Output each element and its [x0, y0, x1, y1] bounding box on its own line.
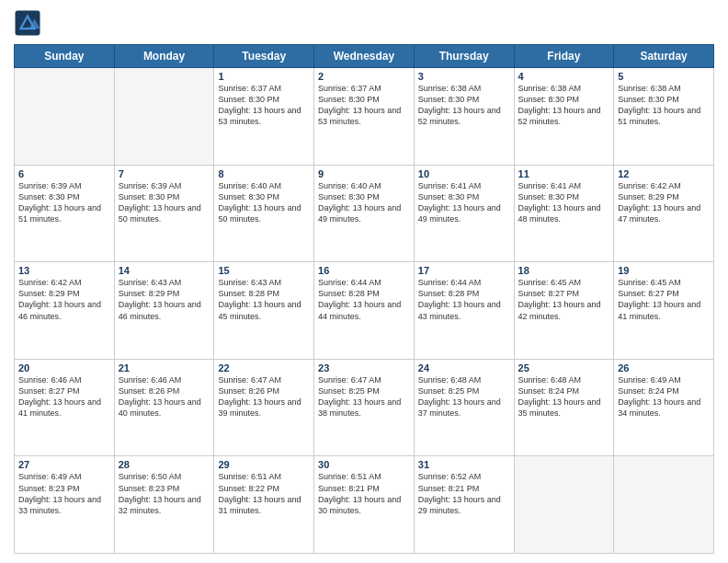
- day-number: 24: [418, 362, 510, 373]
- cell-info: Sunrise: 6:40 AM Sunset: 8:30 PM Dayligh…: [218, 180, 310, 225]
- cell-info: Sunrise: 6:45 AM Sunset: 8:27 PM Dayligh…: [518, 277, 610, 322]
- cell-info: Sunrise: 6:37 AM Sunset: 8:30 PM Dayligh…: [318, 83, 410, 128]
- calendar-cell: 15Sunrise: 6:43 AM Sunset: 8:28 PM Dayli…: [214, 262, 314, 360]
- cell-info: Sunrise: 6:43 AM Sunset: 8:29 PM Dayligh…: [119, 277, 210, 322]
- day-number: 12: [618, 168, 710, 179]
- cell-info: Sunrise: 6:41 AM Sunset: 8:30 PM Dayligh…: [518, 180, 610, 225]
- day-number: 14: [119, 265, 210, 276]
- day-number: 17: [418, 265, 510, 276]
- day-number: 13: [18, 265, 110, 276]
- day-header-tuesday: Tuesday: [214, 45, 314, 68]
- day-number: 29: [218, 459, 310, 470]
- day-number: 11: [518, 168, 610, 179]
- day-header-saturday: Saturday: [614, 45, 714, 68]
- cell-info: Sunrise: 6:38 AM Sunset: 8:30 PM Dayligh…: [418, 83, 510, 128]
- calendar-cell: 9Sunrise: 6:40 AM Sunset: 8:30 PM Daylig…: [314, 165, 415, 262]
- day-number: 25: [518, 362, 610, 373]
- day-number: 26: [618, 362, 710, 373]
- cell-info: Sunrise: 6:48 AM Sunset: 8:24 PM Dayligh…: [518, 374, 610, 419]
- day-number: 22: [218, 362, 310, 373]
- day-number: 30: [318, 459, 410, 470]
- page: SundayMondayTuesdayWednesdayThursdayFrid…: [0, 0, 728, 563]
- day-number: 16: [318, 265, 410, 276]
- cell-info: Sunrise: 6:45 AM Sunset: 8:27 PM Dayligh…: [618, 277, 710, 322]
- cell-info: Sunrise: 6:51 AM Sunset: 8:22 PM Dayligh…: [218, 471, 310, 516]
- day-header-wednesday: Wednesday: [314, 45, 415, 68]
- day-number: 19: [618, 265, 710, 276]
- calendar-cell: 5Sunrise: 6:38 AM Sunset: 8:30 PM Daylig…: [614, 68, 714, 166]
- cell-info: Sunrise: 6:39 AM Sunset: 8:30 PM Dayligh…: [18, 180, 110, 225]
- calendar-cell: 14Sunrise: 6:43 AM Sunset: 8:29 PM Dayli…: [114, 262, 214, 360]
- calendar-cell: 4Sunrise: 6:38 AM Sunset: 8:30 PM Daylig…: [514, 68, 614, 166]
- calendar-week-2: 13Sunrise: 6:42 AM Sunset: 8:29 PM Dayli…: [15, 262, 714, 360]
- day-number: 5: [618, 71, 710, 82]
- day-number: 28: [119, 459, 210, 470]
- calendar-cell: 24Sunrise: 6:48 AM Sunset: 8:25 PM Dayli…: [414, 359, 514, 456]
- day-number: 8: [218, 168, 310, 179]
- calendar-cell: 18Sunrise: 6:45 AM Sunset: 8:27 PM Dayli…: [514, 262, 614, 360]
- calendar-cell: 7Sunrise: 6:39 AM Sunset: 8:30 PM Daylig…: [114, 165, 214, 262]
- calendar-cell: [114, 68, 214, 166]
- calendar-cell: 13Sunrise: 6:42 AM Sunset: 8:29 PM Dayli…: [15, 262, 115, 360]
- cell-info: Sunrise: 6:42 AM Sunset: 8:29 PM Dayligh…: [18, 277, 110, 322]
- calendar-cell: 19Sunrise: 6:45 AM Sunset: 8:27 PM Dayli…: [614, 262, 714, 360]
- day-number: 27: [18, 459, 110, 470]
- day-header-monday: Monday: [114, 45, 214, 68]
- calendar-week-4: 27Sunrise: 6:49 AM Sunset: 8:23 PM Dayli…: [15, 456, 714, 554]
- cell-info: Sunrise: 6:47 AM Sunset: 8:25 PM Dayligh…: [318, 374, 410, 419]
- cell-info: Sunrise: 6:38 AM Sunset: 8:30 PM Dayligh…: [618, 83, 710, 128]
- cell-info: Sunrise: 6:42 AM Sunset: 8:29 PM Dayligh…: [618, 180, 710, 225]
- cell-info: Sunrise: 6:46 AM Sunset: 8:26 PM Dayligh…: [119, 374, 210, 419]
- day-header-friday: Friday: [514, 45, 614, 68]
- day-number: 4: [518, 71, 610, 82]
- day-number: 2: [318, 71, 410, 82]
- calendar-header-row: SundayMondayTuesdayWednesdayThursdayFrid…: [15, 45, 714, 68]
- calendar-cell: [514, 456, 614, 554]
- calendar-cell: 2Sunrise: 6:37 AM Sunset: 8:30 PM Daylig…: [314, 68, 415, 166]
- calendar-cell: 26Sunrise: 6:49 AM Sunset: 8:24 PM Dayli…: [614, 359, 714, 456]
- cell-info: Sunrise: 6:40 AM Sunset: 8:30 PM Dayligh…: [318, 180, 410, 225]
- day-number: 6: [18, 168, 110, 179]
- cell-info: Sunrise: 6:50 AM Sunset: 8:23 PM Dayligh…: [119, 471, 210, 516]
- calendar-week-1: 6Sunrise: 6:39 AM Sunset: 8:30 PM Daylig…: [15, 165, 714, 262]
- calendar-cell: 10Sunrise: 6:41 AM Sunset: 8:30 PM Dayli…: [414, 165, 514, 262]
- calendar-cell: [614, 456, 714, 554]
- logo-icon: [14, 9, 41, 37]
- day-number: 10: [418, 168, 510, 179]
- calendar-table: SundayMondayTuesdayWednesdayThursdayFrid…: [14, 44, 714, 554]
- calendar-cell: 30Sunrise: 6:51 AM Sunset: 8:21 PM Dayli…: [314, 456, 415, 554]
- day-number: 1: [218, 71, 310, 82]
- calendar-cell: [15, 68, 115, 166]
- day-number: 15: [218, 265, 310, 276]
- cell-info: Sunrise: 6:37 AM Sunset: 8:30 PM Dayligh…: [218, 83, 310, 128]
- calendar-cell: 29Sunrise: 6:51 AM Sunset: 8:22 PM Dayli…: [214, 456, 314, 554]
- day-number: 18: [518, 265, 610, 276]
- calendar-cell: 21Sunrise: 6:46 AM Sunset: 8:26 PM Dayli…: [114, 359, 214, 456]
- header: [14, 9, 714, 37]
- cell-info: Sunrise: 6:44 AM Sunset: 8:28 PM Dayligh…: [418, 277, 510, 322]
- calendar-cell: 16Sunrise: 6:44 AM Sunset: 8:28 PM Dayli…: [314, 262, 415, 360]
- calendar-body: 1Sunrise: 6:37 AM Sunset: 8:30 PM Daylig…: [15, 68, 714, 554]
- calendar-cell: 22Sunrise: 6:47 AM Sunset: 8:26 PM Dayli…: [214, 359, 314, 456]
- calendar-week-3: 20Sunrise: 6:46 AM Sunset: 8:27 PM Dayli…: [15, 359, 714, 456]
- day-number: 7: [119, 168, 210, 179]
- day-header-sunday: Sunday: [15, 45, 115, 68]
- calendar-cell: 3Sunrise: 6:38 AM Sunset: 8:30 PM Daylig…: [414, 68, 514, 166]
- cell-info: Sunrise: 6:44 AM Sunset: 8:28 PM Dayligh…: [318, 277, 410, 322]
- calendar-cell: 20Sunrise: 6:46 AM Sunset: 8:27 PM Dayli…: [15, 359, 115, 456]
- calendar-cell: 11Sunrise: 6:41 AM Sunset: 8:30 PM Dayli…: [514, 165, 614, 262]
- cell-info: Sunrise: 6:52 AM Sunset: 8:21 PM Dayligh…: [418, 471, 510, 516]
- cell-info: Sunrise: 6:38 AM Sunset: 8:30 PM Dayligh…: [518, 83, 610, 128]
- logo: [14, 9, 45, 37]
- cell-info: Sunrise: 6:46 AM Sunset: 8:27 PM Dayligh…: [18, 374, 110, 419]
- cell-info: Sunrise: 6:41 AM Sunset: 8:30 PM Dayligh…: [418, 180, 510, 225]
- day-number: 9: [318, 168, 410, 179]
- cell-info: Sunrise: 6:48 AM Sunset: 8:25 PM Dayligh…: [418, 374, 510, 419]
- day-header-thursday: Thursday: [414, 45, 514, 68]
- day-number: 21: [119, 362, 210, 373]
- calendar-cell: 17Sunrise: 6:44 AM Sunset: 8:28 PM Dayli…: [414, 262, 514, 360]
- calendar-cell: 27Sunrise: 6:49 AM Sunset: 8:23 PM Dayli…: [15, 456, 115, 554]
- cell-info: Sunrise: 6:39 AM Sunset: 8:30 PM Dayligh…: [119, 180, 210, 225]
- day-number: 23: [318, 362, 410, 373]
- calendar-cell: 25Sunrise: 6:48 AM Sunset: 8:24 PM Dayli…: [514, 359, 614, 456]
